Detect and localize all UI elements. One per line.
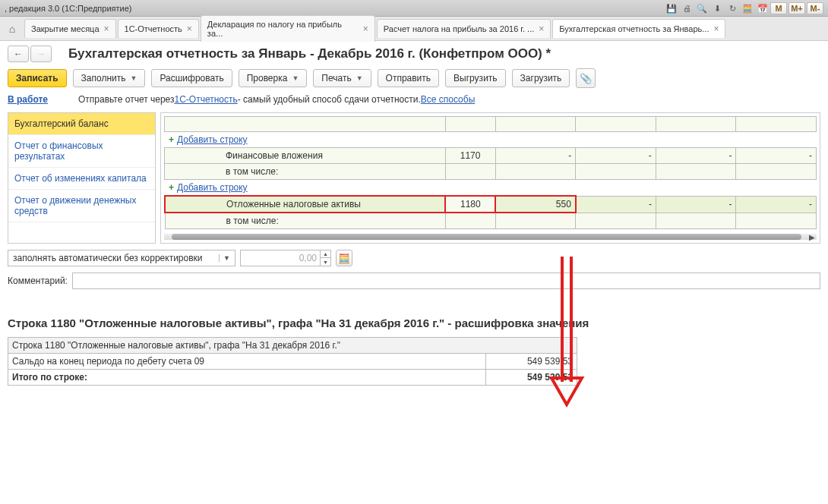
- cell-code: 1180: [445, 196, 495, 213]
- cell-name: Отложенные налоговые активы: [165, 196, 445, 213]
- scrollbar-thumb[interactable]: [172, 234, 801, 240]
- breakdown-header: Строка 1180 "Отложенные налоговые активы…: [8, 338, 577, 354]
- search-icon[interactable]: 🔍: [696, 2, 708, 14]
- report-grid-area: +Добавить строку Финансовые вложения 117…: [160, 112, 820, 244]
- amount-input[interactable]: 0,00 ▲▼: [240, 250, 331, 266]
- horizontal-scrollbar[interactable]: ▶: [164, 234, 817, 240]
- comment-label: Комментарий:: [8, 276, 68, 286]
- breakdown-total-label: Итого по строке:: [8, 370, 486, 386]
- spin-down-icon[interactable]: ▼: [321, 258, 330, 266]
- report-sidebar: Бухгалтерский баланс Отчет о финансовых …: [8, 112, 156, 244]
- close-icon[interactable]: ×: [363, 24, 368, 34]
- memory-m-button[interactable]: M: [770, 2, 787, 14]
- print-icon[interactable]: 🖨: [681, 2, 693, 14]
- fill-mode-select[interactable]: заполнять автоматически без корректировк…: [8, 250, 235, 266]
- calculator-icon[interactable]: 🧮: [336, 250, 352, 266]
- memory-mplus-button[interactable]: M+: [788, 2, 805, 14]
- scroll-right-icon[interactable]: ▶: [809, 233, 815, 241]
- send-button[interactable]: Отправить: [378, 69, 440, 87]
- plus-icon: +: [169, 134, 174, 145]
- breakdown-table: Строка 1180 "Отложенные налоговые активы…: [8, 337, 577, 386]
- tab-tax-calc[interactable]: Расчет налога на прибыль за 2016 г. ... …: [377, 19, 551, 38]
- fill-label: Заполнить: [81, 73, 126, 83]
- chevron-down-icon: ▼: [356, 74, 363, 82]
- sidebar-item-capital[interactable]: Отчет об изменениях капитала: [8, 168, 155, 190]
- row-including[interactable]: в том числе:: [165, 213, 817, 229]
- status-link[interactable]: В работе: [8, 94, 48, 105]
- add-row-label: Добавить строку: [177, 134, 248, 145]
- status-text2: - самый удобный способ сдачи отчетности.: [238, 94, 421, 105]
- add-row-label: Добавить строку: [177, 182, 248, 193]
- chevron-down-icon: ▼: [131, 74, 137, 82]
- print-button[interactable]: Печать▼: [313, 69, 371, 87]
- import-button[interactable]: Загрузить: [512, 69, 570, 87]
- page-title: Бухгалтерская отчетность за Январь - Дек…: [68, 46, 551, 61]
- select-value: заполнять автоматически без корректировк…: [13, 253, 203, 263]
- link-all-methods[interactable]: Все способы: [421, 94, 476, 105]
- tab-declaration[interactable]: Декларация по налогу на прибыль за... ×: [201, 15, 375, 42]
- status-row: В работе Отправьте отчет через 1С-Отчетн…: [8, 94, 820, 105]
- close-icon[interactable]: ×: [713, 24, 719, 34]
- breakdown-row-value: 549 539,53: [486, 354, 577, 370]
- check-button[interactable]: Проверка▼: [239, 69, 308, 87]
- breakdown-title: Строка 1180 "Отложенные налоговые активы…: [8, 317, 820, 329]
- comment-input[interactable]: [72, 272, 820, 289]
- breakdown-total-value: 549 539,53: [486, 370, 577, 386]
- tab-month-close[interactable]: Закрытие месяца ×: [24, 19, 116, 38]
- toolbar: Записать Заполнить▼ Расшифровать Проверк…: [8, 68, 820, 88]
- close-icon[interactable]: ×: [104, 24, 109, 34]
- save-button[interactable]: Записать: [8, 69, 67, 87]
- balance-grid[interactable]: [164, 116, 817, 132]
- tab-accounting-report[interactable]: Бухгалтерская отчетность за Январь... ×: [552, 19, 725, 38]
- nav-forward-button[interactable]: →: [30, 46, 52, 62]
- status-text: Отправьте отчет через: [78, 94, 175, 105]
- spinner[interactable]: ▲▼: [320, 250, 330, 266]
- download-icon[interactable]: ⬇: [711, 2, 723, 14]
- save-icon[interactable]: 💾: [665, 2, 678, 14]
- sidebar-item-balance[interactable]: Бухгалтерский баланс: [8, 113, 155, 135]
- close-icon[interactable]: ×: [187, 24, 192, 34]
- calculator-icon[interactable]: 🧮: [741, 2, 754, 14]
- input-placeholder: 0,00: [241, 253, 320, 263]
- refresh-icon[interactable]: ↻: [726, 2, 738, 14]
- chevron-down-icon: ▼: [292, 74, 299, 82]
- tab-1c-reporting[interactable]: 1С-Отчетность ×: [118, 19, 199, 38]
- breakdown-row-label: Сальдо на конец периода по дебету счета …: [8, 354, 486, 370]
- sidebar-item-finresults[interactable]: Отчет о финансовых результатах: [8, 135, 155, 168]
- home-icon[interactable]: ⌂: [3, 20, 21, 38]
- memory-mminus-button[interactable]: M-: [807, 2, 823, 14]
- add-row-link[interactable]: +Добавить строку: [164, 132, 817, 147]
- breakdown-header-text: Строка 1180 "Отложенные налоговые активы…: [8, 338, 577, 354]
- spin-up-icon[interactable]: ▲: [321, 250, 330, 258]
- tab-bar: ⌂ Закрытие месяца × 1С-Отчетность × Декл…: [0, 17, 828, 41]
- cell-value: 550: [495, 196, 576, 213]
- cell-name: в том числе:: [165, 213, 445, 229]
- row-fin-invest[interactable]: Финансовые вложения 1170 ----: [165, 148, 817, 164]
- window-titlebar: , редакция 3.0 (1С:Предприятие) 💾 🖨 🔍 ⬇ …: [0, 0, 828, 17]
- breakdown-section: Строка 1180 "Отложенные налоговые активы…: [0, 309, 828, 393]
- print-label: Печать: [321, 73, 351, 83]
- row-including[interactable]: в том числе:: [165, 164, 817, 180]
- export-button[interactable]: Выгрузить: [445, 69, 506, 87]
- fill-button[interactable]: Заполнить▼: [73, 69, 146, 87]
- breakdown-total-row: Итого по строке: 549 539,53: [8, 370, 577, 386]
- calendar-icon[interactable]: 📅: [757, 2, 769, 14]
- plus-icon: +: [169, 182, 174, 193]
- app-title: , редакция 3.0 (1С:Предприятие): [5, 0, 132, 17]
- row-deferred-tax-assets[interactable]: Отложенные налоговые активы 1180 550 ---: [165, 196, 817, 213]
- decode-button[interactable]: Расшифровать: [151, 69, 232, 87]
- tab-label: Декларация по налогу на прибыль за...: [207, 20, 359, 38]
- breakdown-row[interactable]: Сальдо на конец периода по дебету счета …: [8, 354, 577, 370]
- cell-code: 1170: [445, 148, 495, 164]
- link-1c-reporting[interactable]: 1С-Отчетность: [175, 94, 238, 105]
- add-row-link[interactable]: +Добавить строку: [164, 180, 817, 195]
- attachment-button[interactable]: 📎: [576, 68, 596, 88]
- nav-back-button[interactable]: ←: [8, 46, 29, 62]
- close-icon[interactable]: ×: [539, 24, 544, 34]
- tab-label: Бухгалтерская отчетность за Январь...: [559, 24, 709, 33]
- check-label: Проверка: [247, 73, 288, 83]
- cell-name: в том числе:: [165, 164, 446, 180]
- tab-label: Расчет налога на прибыль за 2016 г. ...: [384, 24, 534, 33]
- sidebar-item-cashflow[interactable]: Отчет о движении денежных средств: [8, 190, 155, 222]
- cell-name: Финансовые вложения: [165, 148, 446, 164]
